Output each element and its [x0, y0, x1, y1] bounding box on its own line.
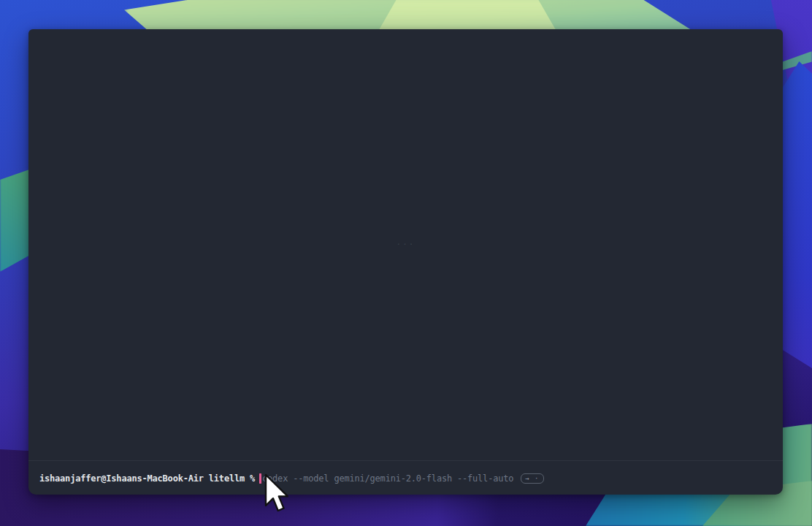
- wallpaper-layer-right-blue: [780, 61, 812, 368]
- arrow-pointer-icon: [264, 473, 288, 514]
- autosuggestion-command-text: codex --model gemini/gemini-2.0-flash --…: [262, 473, 513, 484]
- shell-prompt-label: ishaanjaffer@Ishaans-MacBook-Air litellm…: [39, 473, 255, 484]
- text-caret: [259, 473, 261, 484]
- faint-ellipsis-text: ...: [397, 237, 415, 247]
- prompt-divider-line: [28, 460, 783, 461]
- command-prompt-line[interactable]: ishaanjaffer@Ishaans-MacBook-Air litellm…: [39, 473, 775, 484]
- accept-suggestion-hint-badge: → ·: [521, 473, 543, 484]
- terminal-window[interactable]: ... ishaanjaffer@Ishaans-MacBook-Air lit…: [28, 29, 783, 495]
- terminal-output-area: ...: [28, 29, 783, 460]
